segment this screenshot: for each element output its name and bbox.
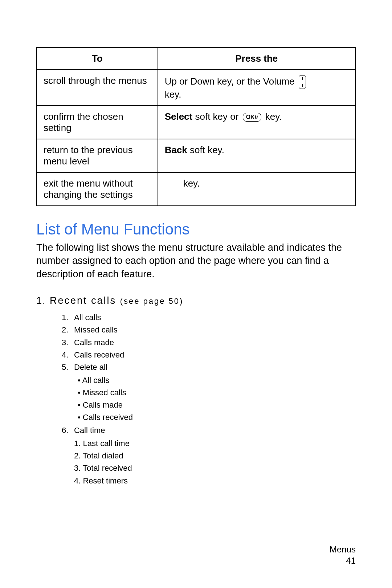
menu-title: Recent calls (50, 295, 116, 306)
text: Total dialed (83, 451, 123, 460)
text: Calls made (83, 400, 123, 409)
text: i (256, 114, 258, 120)
cell-to: exit the menu without changing the setti… (37, 172, 158, 206)
key-actions-table: To Press the scroll through the menus Up… (36, 47, 356, 206)
menu-number: 1. (36, 295, 46, 306)
menu-list: All calls Missed calls Calls made Calls … (62, 311, 356, 487)
sub-bullet-list: All calls Missed calls Calls made Calls … (78, 374, 356, 424)
back-label: Back (165, 144, 187, 155)
sub-ordered-list: Last call time Total dialed Total receiv… (74, 437, 356, 487)
document-page: To Press the scroll through the menus Up… (0, 0, 392, 588)
select-label: Select (165, 111, 193, 122)
list-item: Missed calls (62, 324, 356, 336)
list-item: Call time Last call time Total dialed To… (62, 424, 356, 487)
footer-page-number: 41 (330, 555, 356, 566)
text: Calls made (74, 338, 114, 347)
table-row: scroll through the menus Up or Down key,… (37, 70, 355, 106)
cell-press: xx key. (158, 172, 355, 206)
list-item: Total received (74, 462, 356, 474)
ok-key-icon: OK/i (243, 113, 261, 122)
list-item: Last call time (74, 437, 356, 450)
page-footer: Menus 41 (330, 544, 356, 566)
cell-press: Select soft key or OK/i key. (158, 106, 355, 139)
text: soft key. (187, 144, 224, 155)
text: key. (183, 178, 200, 189)
list-item: Calls made (62, 336, 356, 349)
list-item: All calls (78, 374, 356, 387)
table-header-to: To (37, 48, 158, 70)
list-item: Delete all All calls Missed calls Calls … (62, 361, 356, 424)
volume-key-icon (299, 75, 306, 89)
list-item: Total dialed (74, 450, 356, 462)
table-row: confirm the chosen setting Select soft k… (37, 106, 355, 139)
text: Calls received (83, 413, 133, 422)
text: key. (263, 111, 282, 122)
text: Calls received (74, 350, 124, 359)
footer-section: Menus (330, 544, 356, 555)
list-item: Calls received (78, 411, 356, 424)
text: All calls (74, 313, 101, 322)
list-item: Missed calls (78, 387, 356, 399)
menu-see-page: (see page 50) (120, 297, 184, 306)
text: OK/ (246, 114, 256, 120)
table-row: exit the menu without changing the setti… (37, 172, 355, 206)
text: soft key or (192, 111, 241, 122)
table-header-press: Press the (158, 48, 355, 70)
cell-press: Up or Down key, or the Volume key. (158, 70, 355, 106)
menu-heading: 1. Recent calls (see page 50) (36, 295, 356, 306)
cell-to: return to the previous menu level (37, 139, 158, 172)
cell-to: scroll through the menus (37, 70, 158, 106)
cell-to: confirm the chosen setting (37, 106, 158, 139)
text: key. (165, 89, 181, 100)
list-item: Calls received (62, 349, 356, 361)
text: Missed calls (83, 388, 126, 397)
text: Reset timers (83, 476, 127, 485)
text: Up or Down key, or the Volume (165, 76, 297, 87)
text: All calls (82, 376, 110, 385)
text: Total received (83, 464, 132, 473)
text: Call time (74, 426, 105, 435)
text: Missed calls (74, 325, 118, 334)
cell-press: Back soft key. (158, 139, 355, 172)
table-row: return to the previous menu level Back s… (37, 139, 355, 172)
list-item: All calls (62, 311, 356, 324)
list-item: Reset timers (74, 475, 356, 487)
section-heading: List of Menu Functions (36, 221, 356, 238)
text: Delete all (74, 363, 107, 372)
list-item: Calls made (78, 399, 356, 411)
section-intro: The following list shows the menu struct… (36, 241, 356, 281)
text: Last call time (83, 439, 129, 448)
